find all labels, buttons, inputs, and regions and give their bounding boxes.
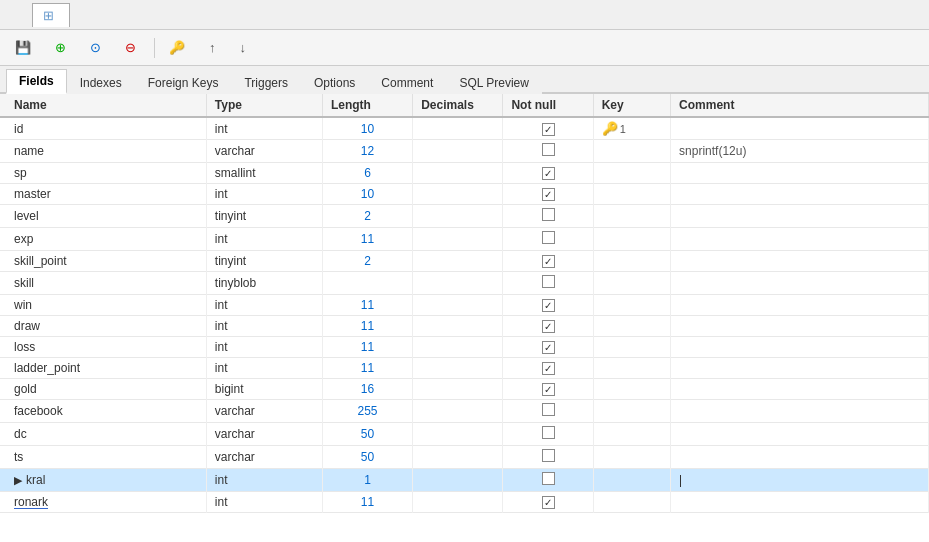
move-down-button[interactable]: ↓ — [231, 35, 260, 60]
table-row[interactable]: winint11 — [0, 295, 929, 316]
cell-key — [593, 316, 670, 337]
table-row[interactable]: expint11 — [0, 228, 929, 251]
cell-length: 12 — [322, 140, 412, 163]
notnull-checkbox-checked[interactable] — [542, 167, 555, 180]
cell-notnull[interactable] — [503, 446, 593, 469]
cell-notnull[interactable] — [503, 184, 593, 205]
col-header-name: Name — [0, 94, 206, 117]
table-row[interactable]: ronarkint11 — [0, 492, 929, 513]
table-row[interactable]: facebookvarchar255 — [0, 400, 929, 423]
notnull-checkbox-checked[interactable] — [542, 362, 555, 375]
notnull-checkbox-unchecked[interactable] — [542, 472, 555, 485]
notnull-checkbox-checked[interactable] — [542, 383, 555, 396]
notnull-checkbox-checked[interactable] — [542, 320, 555, 333]
col-header-notnull: Not null — [503, 94, 593, 117]
notnull-checkbox-checked[interactable] — [542, 188, 555, 201]
cell-notnull[interactable] — [503, 272, 593, 295]
table-row[interactable]: goldbigint16 — [0, 379, 929, 400]
table-row[interactable]: leveltinyint2 — [0, 205, 929, 228]
cell-notnull[interactable] — [503, 469, 593, 492]
tab-indexes[interactable]: Indexes — [67, 71, 135, 94]
table-row[interactable]: skilltinyblob — [0, 272, 929, 295]
notnull-checkbox-checked[interactable] — [542, 255, 555, 268]
tab-options[interactable]: Options — [301, 71, 368, 94]
table-row[interactable]: tsvarchar50 — [0, 446, 929, 469]
col-header-key: Key — [593, 94, 670, 117]
cell-length: 10 — [322, 117, 412, 140]
cell-decimals — [413, 163, 503, 184]
table-row[interactable]: namevarchar12snprintf(12u) — [0, 140, 929, 163]
notnull-checkbox-unchecked[interactable] — [542, 143, 555, 156]
table-row[interactable]: idint10🔑1 — [0, 117, 929, 140]
cell-notnull[interactable] — [503, 228, 593, 251]
table-container[interactable]: Name Type Length Decimals Not null Key C… — [0, 94, 929, 542]
move-up-button[interactable]: ↑ — [200, 35, 229, 60]
cell-name: sp — [0, 163, 206, 184]
table-row[interactable]: skill_pointtinyint2 — [0, 251, 929, 272]
cell-notnull[interactable] — [503, 423, 593, 446]
cell-decimals — [413, 316, 503, 337]
table-row[interactable]: spsmallint6 — [0, 163, 929, 184]
insert-field-button[interactable]: ⊙ — [81, 35, 114, 60]
tab-triggers[interactable]: Triggers — [231, 71, 301, 94]
notnull-checkbox-checked[interactable] — [542, 123, 555, 136]
delete-icon: ⊖ — [125, 40, 136, 55]
cell-notnull[interactable] — [503, 400, 593, 423]
cell-length: 11 — [322, 337, 412, 358]
cell-notnull[interactable] — [503, 316, 593, 337]
cell-length: 11 — [322, 295, 412, 316]
cell-comment — [671, 295, 929, 316]
table-row[interactable]: ladder_pointint11 — [0, 358, 929, 379]
tab-fields[interactable]: Fields — [6, 69, 67, 94]
objects-tab[interactable] — [8, 11, 28, 19]
cell-notnull[interactable] — [503, 358, 593, 379]
save-icon: 💾 — [15, 40, 31, 55]
notnull-checkbox-unchecked[interactable] — [542, 208, 555, 221]
cell-notnull[interactable] — [503, 251, 593, 272]
notnull-checkbox-checked[interactable] — [542, 496, 555, 509]
key-value: 1 — [620, 123, 626, 135]
table-row[interactable]: drawint11 — [0, 316, 929, 337]
delete-field-button[interactable]: ⊖ — [116, 35, 149, 60]
cell-notnull[interactable] — [503, 337, 593, 358]
tab-foreign_keys[interactable]: Foreign Keys — [135, 71, 232, 94]
notnull-checkbox-unchecked[interactable] — [542, 403, 555, 416]
cell-comment — [671, 379, 929, 400]
toolbar: 💾 ⊕ ⊙ ⊖ 🔑 ↑ ↓ — [0, 30, 929, 66]
cell-comment — [671, 400, 929, 423]
cell-notnull[interactable] — [503, 492, 593, 513]
cell-decimals — [413, 117, 503, 140]
notnull-checkbox-unchecked[interactable] — [542, 275, 555, 288]
table-row[interactable]: ▶kralint1 — [0, 469, 929, 492]
notnull-checkbox-unchecked[interactable] — [542, 426, 555, 439]
notnull-checkbox-unchecked[interactable] — [542, 449, 555, 462]
table-row[interactable]: lossint11 — [0, 337, 929, 358]
cell-comment — [671, 251, 929, 272]
col-header-comment: Comment — [671, 94, 929, 117]
table-row[interactable]: masterint10 — [0, 184, 929, 205]
cell-decimals — [413, 295, 503, 316]
notnull-checkbox-unchecked[interactable] — [542, 231, 555, 244]
cell-notnull[interactable] — [503, 140, 593, 163]
main-tab[interactable]: ⊞ — [32, 3, 70, 27]
cell-notnull[interactable] — [503, 295, 593, 316]
cell-notnull[interactable] — [503, 205, 593, 228]
table-body: idint10🔑1namevarchar12snprintf(12u)spsma… — [0, 117, 929, 513]
notnull-checkbox-checked[interactable] — [542, 299, 555, 312]
cell-notnull[interactable] — [503, 379, 593, 400]
key-icon: 🔑 — [602, 121, 618, 136]
table-row[interactable]: dcvarchar50 — [0, 423, 929, 446]
cell-name: level — [0, 205, 206, 228]
cell-notnull[interactable] — [503, 117, 593, 140]
add-field-button[interactable]: ⊕ — [46, 35, 79, 60]
cell-notnull[interactable] — [503, 163, 593, 184]
primary-key-button[interactable]: 🔑 — [160, 35, 198, 60]
tab-sql_preview[interactable]: SQL Preview — [446, 71, 542, 94]
cell-type: int — [206, 358, 322, 379]
cell-length: 50 — [322, 446, 412, 469]
cell-comment — [671, 492, 929, 513]
cell-length: 2 — [322, 205, 412, 228]
tab-comment[interactable]: Comment — [368, 71, 446, 94]
notnull-checkbox-checked[interactable] — [542, 341, 555, 354]
save-button[interactable]: 💾 — [6, 35, 44, 60]
